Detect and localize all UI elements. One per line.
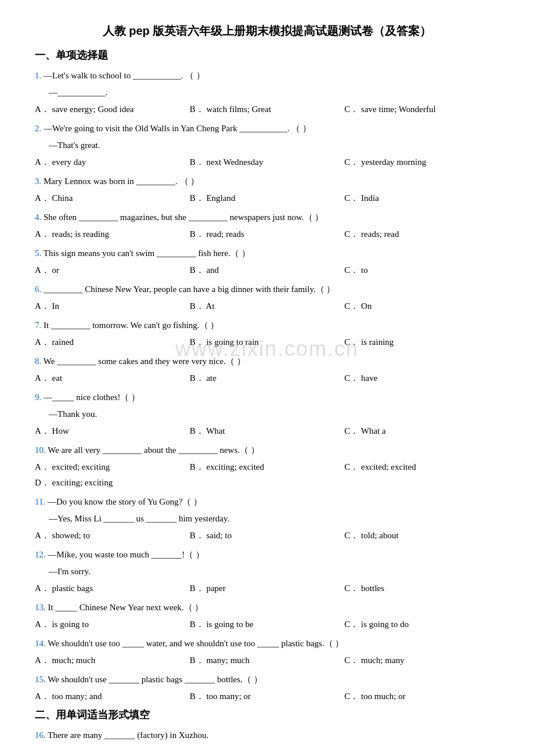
question-line: 10. We are all very _________ about the … (35, 442, 499, 458)
question-line: 6. _________ Chinese New Year, people ca… (35, 282, 499, 297)
option-label: C． is raining (344, 337, 394, 347)
section2-question-block: 16. There are many _______ (factory) in … (35, 728, 499, 743)
option-label: C． What a (344, 426, 385, 435)
options-row: A． much; muchB． many; muchC． much; many (35, 653, 499, 668)
question-text: This sign means you can't swim _________… (44, 249, 250, 258)
question-block: 8. We _________ some cakes and they were… (35, 354, 499, 386)
question-line: 8. We _________ some cakes and they were… (35, 354, 499, 369)
question-subline: —Thank you. (49, 406, 499, 422)
options-row: A． InB． AtC． On (35, 298, 499, 314)
question-number: 2. (35, 124, 44, 133)
question-line: 7. It _________ tomorrow. We can't go fi… (35, 318, 499, 333)
option-label: A． reads; is reading (35, 229, 109, 239)
option-item: B． read; reads (190, 226, 345, 242)
option-label: A． too many; and (35, 692, 102, 701)
option-label: B． exciting; excited (190, 462, 264, 471)
option-label: A． or (35, 265, 59, 275)
section2-question-number: 16. (35, 730, 48, 740)
section1-title: 一、单项选择题 (35, 48, 499, 62)
option-item: B． and (190, 262, 345, 278)
option-label: B． paper (190, 584, 226, 593)
question-text: We _________ some cakes and they were ve… (44, 357, 246, 366)
option-label: A． In (35, 301, 59, 311)
option-label: B． is going to be (190, 620, 254, 629)
option-item: A． excited; exciting (35, 459, 190, 475)
question-number: 6. (35, 285, 44, 294)
option-item: B． many; much (190, 653, 345, 668)
options-row: A． eatB． ateC． have (35, 370, 499, 386)
option-label: B． ate (190, 373, 217, 383)
options-row: A． excited; excitingB． exciting; excited… (35, 459, 499, 491)
section2-title: 二、用单词适当形式填空 (35, 708, 499, 722)
option-label: A． save energy; Good idea (35, 105, 134, 114)
option-item: C． is raining (344, 334, 499, 350)
option-item: B． watch films; Great (190, 102, 345, 117)
option-item: B． exciting; excited (190, 459, 345, 475)
option-label: A． excited; exciting (35, 462, 110, 471)
option-label: A． every day (35, 157, 86, 167)
question-block: 4. She often _________ magazines, but sh… (35, 210, 499, 242)
question-line: 1. —Let's walk to school to ___________.… (35, 68, 499, 84)
option-label: D． exciting; exciting (35, 478, 113, 487)
option-item: A． rained (35, 334, 190, 350)
question-text: It _________ tomorrow. We can't go fishi… (44, 321, 219, 330)
option-item: C． told; about (344, 528, 499, 543)
option-label: A． eat (35, 373, 62, 383)
option-item: C． much; many (344, 653, 499, 668)
option-label: B． too many; or (190, 692, 251, 701)
option-item: A． is going to (35, 617, 190, 632)
question-number: 9. (35, 393, 44, 402)
section2-question-text: There are many _______ (factory) in Xuzh… (48, 730, 208, 740)
option-item: B． said; to (190, 528, 345, 543)
option-label: A． is going to (35, 620, 89, 629)
option-item: C． bottles (344, 581, 499, 596)
option-item: A． every day (35, 154, 190, 170)
option-label: B． England (190, 193, 236, 203)
option-label: C． India (344, 193, 379, 203)
title: 人教 pep 版英语六年级上册期末模拟提高试题测试卷（及答案） (35, 23, 499, 39)
question-text: —_____ nice clothes!（ ） (44, 393, 140, 402)
option-label: B． said; to (190, 531, 232, 540)
question-block: 5. This sign means you can't swim ______… (35, 246, 499, 278)
question-number: 5. (35, 249, 44, 258)
option-item: C． India (344, 190, 499, 206)
question-block: 2. —We're going to visit the Old Walls i… (35, 121, 499, 170)
question-number: 8. (35, 357, 44, 366)
option-label: C． On (344, 301, 371, 311)
option-label: C． too much; or (344, 692, 405, 701)
question-text: Mary Lennox was born in _________. （ ） (44, 177, 199, 186)
option-item: C． too much; or (344, 689, 499, 704)
option-item: C． excited; excited (344, 459, 499, 475)
question-number: 14. (35, 639, 48, 648)
option-item: C． What a (344, 423, 499, 439)
option-label: B． read; reads (190, 229, 244, 239)
question-subline: —That's great. (49, 138, 499, 153)
options-row: A． HowB． WhatC． What a (35, 423, 499, 439)
question-text: We shouldn't use _______ plastic bags __… (48, 675, 262, 684)
option-item: A． save energy; Good idea (35, 102, 190, 117)
question-number: 13. (35, 603, 48, 612)
question-number: 12. (35, 550, 48, 559)
option-item: A． showed; to (35, 528, 190, 543)
options-row: A． reads; is readingB． read; readsC． rea… (35, 226, 499, 242)
option-label: C． have (344, 373, 377, 383)
option-label: C． to (344, 265, 367, 275)
option-label: B． At (190, 301, 215, 311)
option-label: C． yesterday morning (344, 157, 426, 167)
option-item: D． exciting; exciting (35, 475, 499, 491)
question-number: 11. (35, 497, 48, 506)
option-item: C． is going to do (344, 617, 499, 632)
option-label: B． watch films; Great (190, 105, 271, 114)
option-label: C． told; about (344, 531, 398, 540)
question-number: 10. (35, 445, 48, 455)
question-line: 9. —_____ nice clothes!（ ） (35, 390, 499, 405)
option-label: C． save time; Wonderful (344, 105, 435, 114)
option-label: C． much; many (344, 656, 404, 665)
question-text: —We're going to visit the Old Walls in Y… (44, 124, 311, 133)
option-label: C． reads; read (344, 229, 399, 239)
option-item: A． plastic bags (35, 581, 190, 596)
option-label: A． China (35, 193, 73, 203)
option-item: B． What (190, 423, 345, 439)
option-label: C． is going to do (344, 620, 409, 629)
question-line: 5. This sign means you can't swim ______… (35, 246, 499, 261)
